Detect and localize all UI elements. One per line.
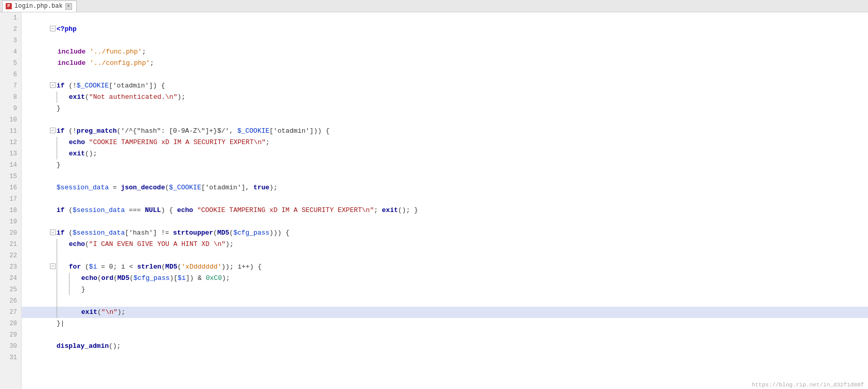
fold-10[interactable]: − <box>50 128 56 133</box>
code-line-15: $session_data = json_decode($_COOKIE['ot… <box>22 171 868 182</box>
line-num-4: 4 <box>0 46 21 58</box>
code-line-2 <box>22 24 868 35</box>
line-num-26: 26 <box>0 295 21 307</box>
php-icon: P <box>6 3 12 9</box>
code-line-25 <box>22 284 868 295</box>
line-num-7: 7 <box>0 80 21 92</box>
line-num-3: 3 <box>0 35 21 46</box>
line-num-21: 21 <box>0 239 21 250</box>
tab-filename: login.php.bak <box>14 3 63 10</box>
line-num-19: 19 <box>0 216 21 227</box>
line-num-15: 15 <box>0 171 21 182</box>
line-num-29: 29 <box>0 329 21 341</box>
code-line-9 <box>22 103 868 114</box>
fold-6[interactable]: − <box>50 82 56 88</box>
line-num-17: 17 <box>0 193 21 205</box>
code-line-19: −if ($session_data['hash'] != strtoupper… <box>22 216 868 227</box>
file-tab[interactable]: P login.php.bak × <box>2 1 77 12</box>
line-num-16: 16 <box>0 182 21 193</box>
line-num-23: 23 <box>0 261 21 273</box>
line-num-10: 10 <box>0 114 21 126</box>
line-num-22: 22 <box>0 250 21 261</box>
code-line-31 <box>22 352 868 363</box>
line-num-2: 2 <box>0 24 21 35</box>
code-line-28 <box>22 318 868 329</box>
line-num-5: 5 <box>0 58 21 69</box>
code-line-27: }| <box>22 307 868 318</box>
code-line-13: } <box>22 148 868 160</box>
line-num-27: 27 <box>0 307 21 318</box>
code-line-26: exit("\n"); <box>22 295 868 307</box>
line-num-14: 14 <box>0 160 21 171</box>
code-area[interactable]: −<?php include '../func.php'; include '.… <box>22 12 868 389</box>
line-num-31: 31 <box>0 352 21 363</box>
line-num-28: 28 <box>0 318 21 329</box>
code-line-17: if ($session_data === NULL) { echo "COOK… <box>22 193 868 205</box>
fold-1[interactable]: − <box>50 26 56 31</box>
status-bar: https://blog.rip.net/in_d32f1d80f <box>748 381 868 389</box>
line-num-8: 8 <box>0 92 21 103</box>
fold-22[interactable]: − <box>50 263 56 269</box>
line-num-6: 6 <box>0 69 21 80</box>
line-num-30: 30 <box>0 341 21 352</box>
line-num-9: 9 <box>0 103 21 114</box>
code-line-4: include '../config.php'; <box>22 46 868 58</box>
code-line-30 <box>22 341 868 352</box>
fold-19[interactable]: − <box>50 229 56 235</box>
line-num-11: 11 <box>0 126 21 137</box>
line-num-20: 20 <box>0 227 21 239</box>
line-num-13: 13 <box>0 148 21 160</box>
code-line-22: − for ($i = 0; i < strlen(MD5('xDdddddd'… <box>22 250 868 261</box>
status-url: https://blog.rip.net/in_d32f1d80f <box>752 382 864 388</box>
line-num-18: 18 <box>0 205 21 216</box>
tab-bar: P login.php.bak × <box>0 0 868 12</box>
line-num-12: 12 <box>0 137 21 148</box>
line-numbers: 1 2 3 4 5 6 7 8 9 10 11 12 13 14 15 16 1… <box>0 12 22 389</box>
code-container: 1 2 3 4 5 6 7 8 9 10 11 12 13 14 15 16 1… <box>0 12 868 389</box>
line-num-24: 24 <box>0 273 21 284</box>
tab-close-button[interactable]: × <box>65 3 72 10</box>
code-line-3: include '../func.php'; <box>22 35 868 46</box>
code-line-14 <box>22 160 868 171</box>
code-line-10: −if (!preg_match('/^{"hash": [0-9A-Z\"]+… <box>22 114 868 126</box>
code-line-1: −<?php <box>22 12 868 24</box>
line-num-25: 25 <box>0 284 21 295</box>
code-line-6: −if (!$_COOKIE['otadmin']) { <box>22 69 868 80</box>
code-line-29: display_admin(); <box>22 329 868 341</box>
line-num-1: 1 <box>0 12 21 24</box>
